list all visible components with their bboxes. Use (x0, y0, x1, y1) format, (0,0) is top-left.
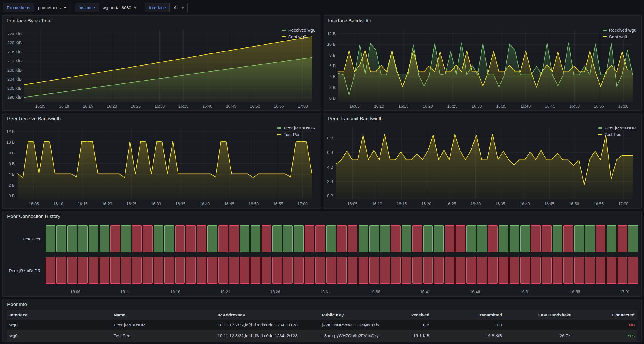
state-block-down[interactable] (110, 257, 120, 284)
state-block-down[interactable] (553, 257, 562, 284)
state-block-up[interactable] (89, 225, 98, 252)
panel-title[interactable]: Peer Connection History (7, 214, 60, 219)
legend-item[interactable]: Peer jRzmDsDR (598, 125, 636, 130)
state-block-down[interactable] (315, 257, 325, 284)
column-header[interactable]: Transmitted (432, 310, 505, 320)
state-block-up[interactable] (574, 225, 584, 252)
column-header[interactable]: Name (111, 310, 215, 320)
legend-item[interactable]: Sent wg0 (603, 34, 636, 39)
state-block-up[interactable] (78, 225, 87, 252)
legend-item[interactable]: Test Peer (598, 132, 636, 137)
legend-item[interactable]: Peer jRzmDsDR (277, 125, 315, 130)
state-block-down[interactable] (510, 257, 519, 284)
state-block-down[interactable] (445, 257, 454, 284)
variable-select-instance[interactable]: wg-portal:8080 (99, 3, 140, 12)
state-block-down[interactable] (466, 257, 476, 284)
state-block-down[interactable] (531, 225, 541, 252)
chart-canvas[interactable]: 0 B2 B4 B6 B8 B10 B12 B16:0516:1016:1516… (325, 26, 635, 110)
state-block-down[interactable] (218, 257, 228, 284)
state-block-down[interactable] (628, 257, 638, 284)
state-block-down[interactable] (132, 257, 142, 284)
state-timeline[interactable]: Test PeerPeer jRzmDsDR16:0616:1116:1616:… (3, 222, 641, 296)
state-block-down[interactable] (262, 225, 271, 252)
state-block-up[interactable] (466, 225, 476, 252)
state-block-down[interactable] (218, 225, 228, 252)
state-block-down[interactable] (121, 257, 131, 284)
state-block-down[interactable] (164, 257, 174, 284)
state-block-down[interactable] (618, 257, 627, 284)
state-block-down[interactable] (488, 257, 498, 284)
state-block-up[interactable] (477, 225, 487, 252)
panel-title[interactable]: Peer Info (7, 302, 27, 307)
state-block-down[interactable] (251, 257, 260, 284)
state-block-down[interactable] (434, 257, 443, 284)
state-block-down[interactable] (100, 257, 109, 284)
state-block-down[interactable] (520, 257, 530, 284)
state-block-down[interactable] (391, 257, 401, 284)
state-block-down[interactable] (175, 225, 185, 252)
state-block-up[interactable] (499, 225, 508, 252)
panel-title[interactable]: Interface Bytes Total (7, 18, 52, 24)
state-block-up[interactable] (510, 225, 519, 252)
state-block-down[interactable] (531, 257, 541, 284)
state-block-up[interactable] (423, 225, 433, 252)
legend-item[interactable]: Test Peer (277, 132, 315, 137)
column-header[interactable]: Last Handshake (505, 310, 574, 320)
state-block-down[interactable] (175, 257, 185, 284)
state-block-up[interactable] (359, 225, 368, 252)
state-block-down[interactable] (283, 257, 293, 284)
state-block-down[interactable] (445, 225, 454, 252)
time-series-chart[interactable]: 0 B2 B4 B6 B8 B16:0516:1016:1516:2016:25… (325, 124, 596, 208)
state-block-down[interactable] (197, 257, 206, 284)
column-header[interactable]: Connected (574, 310, 637, 320)
panel-title[interactable]: Interface Bandwidth (328, 18, 371, 24)
state-block-down[interactable] (369, 257, 379, 284)
state-block-down[interactable] (154, 257, 163, 284)
state-block-up[interactable] (251, 225, 260, 252)
state-block-down[interactable] (229, 225, 239, 252)
panel-title[interactable]: Peer Receive Bandwidth (7, 116, 61, 122)
state-block-down[interactable] (294, 257, 303, 284)
column-header[interactable]: Received (379, 310, 432, 320)
state-block-down[interactable] (78, 257, 87, 284)
state-block-down[interactable] (197, 225, 206, 252)
state-block-down[interactable] (305, 225, 314, 252)
state-block-up[interactable] (553, 225, 562, 252)
state-block-up[interactable] (628, 225, 638, 252)
state-block-down[interactable] (542, 225, 551, 252)
state-block-down[interactable] (380, 257, 390, 284)
state-block-up[interactable] (326, 225, 336, 252)
state-block-up[interactable] (434, 225, 443, 252)
state-block-up[interactable] (585, 225, 595, 252)
panel-title[interactable]: Peer Transmit Bandwidth (328, 116, 383, 122)
state-block-up[interactable] (402, 225, 411, 252)
state-block-down[interactable] (110, 225, 120, 252)
state-block-down[interactable] (272, 257, 282, 284)
state-block-down[interactable] (412, 257, 422, 284)
variable-select-prometheus[interactable]: prometheus (34, 3, 70, 12)
state-block-down[interactable] (456, 225, 465, 252)
state-block-down[interactable] (563, 225, 573, 252)
state-block-up[interactable] (67, 225, 77, 252)
state-block-down[interactable] (67, 257, 77, 284)
state-block-down[interactable] (240, 257, 249, 284)
state-block-up[interactable] (369, 225, 379, 252)
variable-label-prometheus[interactable]: Prometheus (3, 3, 34, 12)
state-block-down[interactable] (618, 225, 627, 252)
state-block-up[interactable] (56, 225, 66, 252)
variable-label-instance[interactable]: Instance (75, 3, 99, 12)
state-block-down[interactable] (229, 257, 239, 284)
state-block-up[interactable] (520, 225, 530, 252)
time-series-chart[interactable]: 0 B2 B4 B6 B8 B10 B12 B16:0516:1016:1516… (325, 26, 601, 110)
state-block-down[interactable] (143, 225, 152, 252)
state-block-up[interactable] (380, 225, 390, 252)
variable-label-interface[interactable]: Interface (145, 3, 169, 12)
state-block-down[interactable] (607, 257, 616, 284)
chart-canvas[interactable]: 0 B2 B4 B6 B8 B10 B12 B16:0516:1016:1516… (4, 124, 314, 208)
legend-item[interactable]: Received wg0 (603, 28, 636, 33)
state-block-down[interactable] (132, 225, 142, 252)
column-header[interactable]: Public Key (319, 310, 379, 320)
state-block-down[interactable] (56, 257, 66, 284)
state-block-down[interactable] (596, 225, 605, 252)
state-block-down[interactable] (423, 257, 433, 284)
